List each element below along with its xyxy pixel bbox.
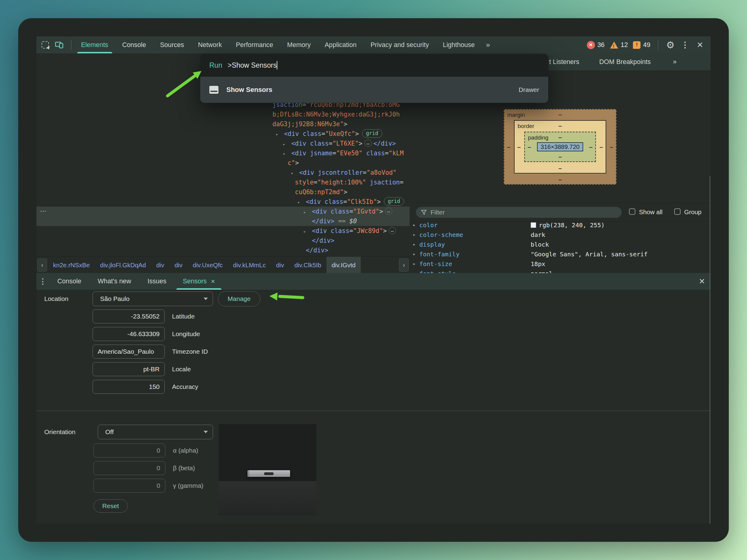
computed-property-name[interactable]: font-family [419, 249, 459, 259]
computed-property-name[interactable]: display [419, 240, 445, 249]
disclosure-arrow-icon[interactable]: ▸ [413, 259, 415, 269]
computed-filter-input[interactable]: Filter [416, 207, 622, 218]
box-model-padding[interactable]: padding 316×3889.720 –––– [524, 132, 596, 162]
grid-badge[interactable]: grid [384, 197, 404, 206]
breadcrumb-item[interactable]: kn2e.rNSxBe [48, 257, 95, 273]
locale-input[interactable]: pt-BR [93, 362, 165, 376]
computed-property-name[interactable]: color-scheme [419, 230, 463, 240]
warning-count-badge[interactable]: !12 [610, 41, 628, 49]
computed-property-name[interactable]: font-size [419, 259, 452, 269]
computed-property-row[interactable]: ▸color-schemedark [410, 230, 711, 240]
expand-ellipsis-icon[interactable]: … [385, 208, 392, 215]
breadcrumb-item[interactable]: div [169, 257, 187, 273]
computed-property-row[interactable]: ▸displayblock [410, 240, 711, 249]
grid-badge[interactable]: grid [362, 129, 382, 138]
tab-console[interactable]: Console [115, 36, 153, 53]
group-checkbox[interactable] [674, 208, 680, 215]
event-listeners-tab-partial[interactable]: t Listeners [549, 53, 579, 70]
accuracy-input[interactable]: 150 [93, 380, 165, 394]
timezone-id-input[interactable]: America/Sao_Paulo [93, 345, 165, 358]
disclosure-arrow-icon[interactable]: ▸ [413, 249, 415, 259]
drawer-tab-issues[interactable]: Issues [139, 273, 175, 290]
issues-count-badge[interactable]: !49 [633, 41, 650, 49]
disclosure-arrow-icon[interactable]: ▸ [413, 240, 415, 249]
dom-tree-node[interactable]: ▾<div class="Clk5Ib">grid [297, 197, 404, 207]
breadcrumb-scroll-right-icon[interactable]: › [399, 259, 409, 271]
disclosure-arrow-icon[interactable]: ▸ [413, 230, 415, 240]
tab-sources[interactable]: Sources [153, 36, 191, 53]
sidebar-more-tabs-chevron-icon[interactable]: » [673, 53, 677, 70]
close-drawer-icon[interactable]: ✕ [699, 277, 705, 286]
longitude-input[interactable]: -46.633309 [93, 327, 165, 341]
breadcrumb-item[interactable]: div.IGvtd [327, 257, 361, 273]
breadcrumb-item[interactable]: div.UxeQfc [187, 257, 228, 273]
computed-property-row[interactable]: ▸colorrgb(238, 240, 255) [410, 220, 711, 230]
disclosure-arrow-icon[interactable]: ▸ [413, 220, 415, 230]
node-overflow-hint-icon[interactable]: ⋯ [40, 207, 46, 216]
box-model-border[interactable]: border padding 316×3889.720 –––– –––– [514, 120, 606, 174]
tab-application[interactable]: Application [318, 36, 363, 53]
computed-property-name[interactable]: font-style [419, 269, 456, 273]
tab-privacy-and-security[interactable]: Privacy and security [363, 36, 436, 53]
more-options-kebab-icon[interactable]: ⋮ [680, 41, 690, 49]
breadcrumb-scroll-left-icon[interactable]: ‹ [37, 259, 47, 271]
dom-tree-node[interactable]: daG3j;j92B8:N6Mv3e"> [273, 119, 347, 129]
disclosure-arrow-icon[interactable]: ▾ [297, 197, 306, 207]
more-tabs-chevron-icon[interactable]: » [482, 36, 494, 53]
breadcrumb-item[interactable]: div.kLMmLc [228, 257, 271, 273]
computed-property-row[interactable]: ▸font-stylenormal [410, 269, 711, 273]
disclosure-arrow-icon[interactable]: ▸ [283, 139, 291, 149]
dom-tree-node[interactable]: </div> [306, 245, 328, 255]
dom-tree-node[interactable]: ▾<div jsname="EVe50" class="kLM [283, 148, 404, 158]
tab-memory[interactable]: Memory [280, 36, 318, 53]
drawer-tab-console[interactable]: Console [49, 273, 89, 290]
settings-gear-icon[interactable]: ⚙ [666, 41, 674, 50]
box-model-content-size[interactable]: 316×3889.720 [537, 142, 583, 151]
box-model-margin[interactable]: margin border padding 316×3889.720 –––– … [504, 109, 617, 185]
computed-property-row[interactable]: ▸font-family"Google Sans", Arial, sans-s… [410, 249, 711, 259]
location-select[interactable]: São Paulo [93, 292, 213, 306]
orientation-select[interactable]: Off [98, 425, 213, 439]
dom-tree-node[interactable]: ▸<div class="IGvtd">… [303, 207, 394, 216]
command-query[interactable]: >Show Sensors [228, 61, 277, 70]
computed-property-name[interactable]: color [419, 220, 438, 230]
dom-tree-node[interactable]: ▾<div class="UxeQfc">grid [276, 129, 382, 139]
dom-tree-node[interactable]: ▸<div class="JWc89d">… [303, 226, 398, 236]
command-result-item[interactable]: Show Sensors Drawer [200, 77, 548, 103]
disclosure-arrow-icon[interactable]: ▸ [303, 207, 312, 217]
orientation-phone-preview[interactable] [219, 424, 316, 515]
disclosure-arrow-icon[interactable]: ▾ [276, 130, 284, 139]
dom-tree-node[interactable]: b;DfLsBc:N6Mv3e;Wyhgxe:daG3j;rkJ0h [273, 109, 400, 119]
inspect-element-icon[interactable]: ▲ [41, 41, 50, 49]
dom-tree-node[interactable]: </div> [312, 236, 334, 245]
close-tab-icon[interactable]: ✕ [211, 278, 215, 285]
close-devtools-icon[interactable]: ✕ [695, 41, 704, 49]
disclosure-arrow-icon[interactable]: ▾ [283, 149, 291, 159]
disclosure-arrow-icon[interactable]: ▾ [291, 168, 299, 178]
disclosure-arrow-icon[interactable]: ▸ [303, 226, 312, 236]
tab-elements[interactable]: Elements [74, 36, 115, 53]
dom-tree-node[interactable]: style="height:100%" jsaction= [295, 178, 404, 187]
drawer-tab-sensors[interactable]: Sensors✕ [175, 273, 223, 290]
error-count-badge[interactable]: ✕36 [587, 41, 605, 49]
expand-ellipsis-icon[interactable]: … [364, 139, 372, 147]
command-input-row[interactable]: Run >Show Sensors [200, 54, 548, 77]
tab-network[interactable]: Network [191, 36, 229, 53]
drawer-menu-kebab-icon[interactable]: ⋮ [36, 277, 49, 286]
computed-property-row[interactable]: ▸font-size18px [410, 259, 711, 269]
breadcrumb-item[interactable]: div [151, 257, 169, 273]
alpha-input[interactable]: 0 [94, 444, 165, 457]
show-all-checkbox[interactable] [629, 208, 635, 215]
panel-scrollbar[interactable] [710, 176, 710, 524]
dom-tree-node[interactable]: ▾<div jscontroller="a8oVod" [291, 168, 396, 178]
gamma-input[interactable]: 0 [94, 479, 165, 492]
breadcrumb-item[interactable]: div.jloFl.GkDqAd [95, 257, 151, 273]
expand-ellipsis-icon[interactable]: … [389, 227, 396, 234]
device-toolbar-icon[interactable] [55, 40, 64, 50]
tab-performance[interactable]: Performance [229, 36, 280, 53]
dom-tree-node[interactable]: </div> == $0 [312, 216, 357, 226]
disclosure-arrow-icon[interactable]: ▸ [413, 269, 415, 273]
manage-button[interactable]: Manage [218, 291, 260, 306]
drawer-tab-what-s-new[interactable]: What's new [89, 273, 139, 290]
tab-lighthouse[interactable]: Lighthouse [436, 36, 482, 53]
